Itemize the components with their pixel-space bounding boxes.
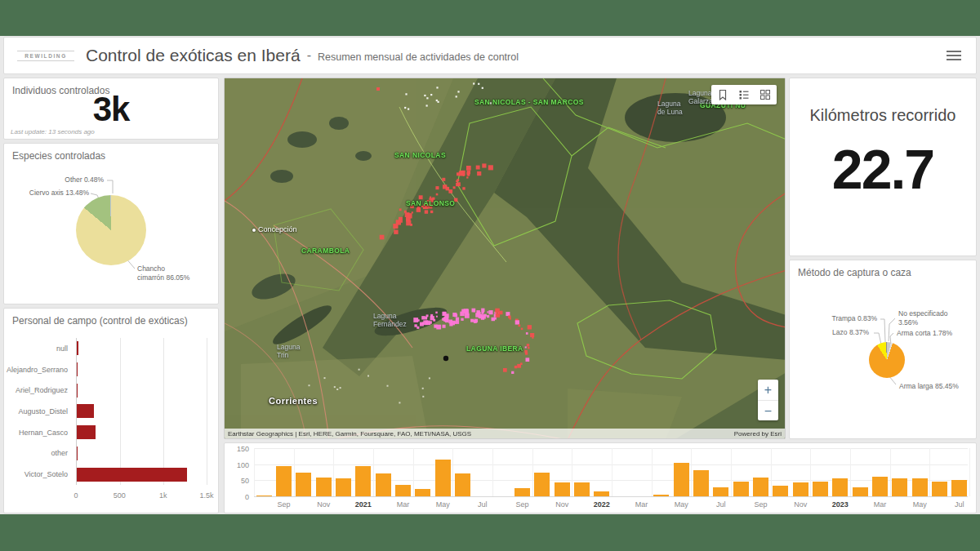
card-title: Método de captura o caza — [790, 260, 976, 278]
zoom-out-button[interactable]: − — [758, 400, 778, 420]
timeline-bar[interactable] — [674, 463, 689, 496]
map-label: Laguna Fernández — [373, 313, 407, 329]
timeline-bar[interactable] — [514, 488, 530, 496]
timeline-bar[interactable] — [753, 478, 768, 496]
bar-category-label: null — [4, 344, 73, 353]
bar-Ariel_Rodriguez[interactable] — [77, 384, 78, 398]
map-label: SAN NICOLAS - SAN MARCOS — [474, 99, 584, 107]
timeline-bar[interactable] — [296, 473, 311, 497]
map-label: SAN ALONSO — [406, 200, 455, 208]
metodo-pie-chart[interactable] — [869, 342, 905, 378]
pie-label-chancho: Chancho cimarrón 86.05% — [137, 264, 189, 282]
timeline-bar[interactable] — [853, 487, 868, 496]
map-labels-layer: SAN NICOLAS - SAN MARCOSGUAZUTI NUSAN NI… — [225, 78, 785, 438]
bar-Victor_Sotelo[interactable] — [77, 468, 187, 482]
map-label: Laguna Galarza — [688, 90, 713, 106]
map-label: Concepción — [252, 225, 297, 233]
bar-rows — [77, 338, 207, 485]
x-axis-label: 2021 — [355, 500, 372, 509]
timeline-bar[interactable] — [534, 473, 550, 497]
rewilding-logo: REWILDING — [17, 51, 74, 61]
bar-category-label: Alejandro_Serrano — [4, 366, 73, 374]
x-axis-tick: 500 — [114, 491, 126, 500]
timeline-bar[interactable] — [733, 482, 749, 496]
timeline-bar[interactable] — [256, 495, 272, 496]
timeline-bar[interactable] — [693, 470, 709, 496]
x-axis-label: May — [913, 500, 927, 509]
timeline-bar[interactable] — [832, 478, 848, 496]
bookmark-icon[interactable] — [716, 88, 729, 101]
page-subtitle: Resumen mensual de actividades de contro… — [318, 48, 519, 63]
bar-Augusto_Distel[interactable] — [77, 404, 94, 418]
pie-label-no-especificado: No especificado 3.56% — [898, 309, 947, 327]
x-axis-tick: 1.5k — [199, 491, 213, 500]
x-axis-label: Sep — [754, 500, 767, 509]
pie-label-arma-larga: Arma larga 85.45% — [899, 382, 959, 391]
timeline-bar[interactable] — [395, 485, 411, 496]
card-kilometros-recorrido: Kilómetros recorrido 22.7 — [789, 78, 977, 256]
timeline-bar[interactable] — [932, 482, 947, 496]
x-axis-label: Jul — [716, 500, 726, 509]
pie-label-ciervo-axis: Ciervo axis 13.48% — [29, 189, 89, 198]
bar-category-label: other — [4, 449, 73, 457]
bar-Alejandro_Serrano[interactable] — [77, 362, 78, 376]
timeline-bar[interactable] — [813, 482, 828, 496]
timeline-bar[interactable] — [793, 482, 808, 496]
y-axis-tick: 150 — [226, 445, 249, 453]
personal-bar-chart[interactable] — [76, 338, 207, 485]
x-axis-label: Sep — [515, 500, 528, 509]
timeline-bar[interactable] — [594, 491, 609, 496]
card-title: Especies controladas — [4, 144, 218, 162]
map-label: CARAMBOLA — [301, 247, 350, 256]
timeline-bar[interactable] — [555, 482, 570, 496]
map-label: Laguna de Luna — [657, 100, 683, 117]
timeline-bar[interactable] — [376, 473, 391, 496]
basemap-icon[interactable] — [759, 88, 772, 101]
timeline-bar[interactable] — [355, 466, 371, 496]
timeline-bar[interactable] — [574, 482, 590, 496]
x-axis-tick: 1k — [159, 491, 167, 500]
timeline-bar[interactable] — [455, 473, 470, 496]
map-label: Corrientes — [269, 396, 318, 407]
timeline-bar[interactable] — [951, 480, 967, 496]
timeline-bar[interactable] — [872, 477, 888, 496]
bar-category-label: Victor_Sotelo — [4, 470, 73, 478]
map-zoom-control: + − — [758, 380, 778, 420]
card-title: Personal de campo (control de exóticas) — [4, 309, 218, 327]
zoom-in-button[interactable]: + — [758, 380, 778, 400]
x-axis-label: May — [675, 500, 688, 509]
bar-Hernan_Casco[interactable] — [77, 425, 96, 439]
attribution-text: Earthstar Geographics | Esri, HERE, Garm… — [228, 430, 471, 438]
hamburger-menu-icon[interactable] — [947, 51, 961, 62]
bar-category-labels: nullAlejandro_SerranoAriel_RodriguezAugu… — [4, 338, 73, 485]
bar-other[interactable] — [77, 447, 78, 460]
bar-null[interactable] — [77, 341, 78, 355]
y-axis-tick: 50 — [226, 477, 249, 485]
timeline-bar[interactable] — [713, 487, 728, 496]
legend-icon[interactable] — [737, 88, 751, 101]
map-toolbar — [711, 85, 777, 104]
map-label: LAGUNA IBERA — [466, 345, 523, 353]
timeline-bar[interactable] — [336, 478, 351, 496]
map[interactable]: SAN NICOLAS - SAN MARCOSGUAZUTI NUSAN NI… — [224, 78, 786, 439]
x-axis-label: 2022 — [594, 500, 610, 509]
card-timeline-chart[interactable]: 050100150SepNov2021MarMayJulSepNov2022Ma… — [224, 442, 977, 513]
map-label: SAN NICOLAS — [394, 152, 446, 160]
timeline-bar[interactable] — [773, 486, 788, 496]
map-attribution-bar: Earthstar Geographics | Esri, HERE, Garm… — [225, 429, 785, 438]
page-title: Control de exóticas en Iberá — [86, 46, 301, 65]
card-especies-controladas: Especies controladas Other 0.48% Ciervo … — [3, 143, 219, 304]
timeline-bar[interactable] — [892, 478, 907, 496]
y-axis-tick: 0 — [226, 493, 249, 501]
timeline-bar[interactable] — [276, 466, 292, 496]
timeline-bar[interactable] — [316, 478, 332, 496]
especies-pie-chart[interactable] — [76, 195, 146, 265]
pie-label-other: Other 0.48% — [65, 176, 104, 184]
pie-label-lazo: Lazo 8.37% — [832, 328, 869, 337]
timeline-bar[interactable] — [653, 495, 669, 496]
timeline-bar[interactable] — [912, 478, 928, 496]
x-axis-label: Jul — [955, 500, 964, 509]
kilometros-value: 22.7 — [790, 137, 976, 201]
timeline-bar[interactable] — [435, 460, 451, 496]
timeline-bar[interactable] — [415, 489, 430, 496]
